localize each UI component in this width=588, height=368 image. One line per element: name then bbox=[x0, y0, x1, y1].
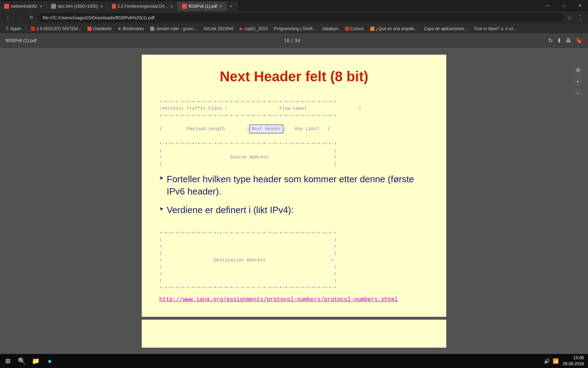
bm-label-true-false: True or false? a. A us... bbox=[474, 26, 517, 31]
bm-bookmarks[interactable]: ★ Bookmarks bbox=[115, 25, 147, 33]
bullet-text-1: Forteller hvilken type header som kommer… bbox=[167, 173, 429, 198]
bm-airlink[interactable]: AirLink 29150v6 bbox=[201, 25, 236, 33]
bm-label-dashbord: Dashbord bbox=[93, 26, 111, 31]
volume-icon[interactable]: 🔊 bbox=[544, 358, 550, 364]
window-controls: — □ ✕ bbox=[540, 0, 588, 11]
taskbar-clock: 15:08 29.08.2018 bbox=[563, 355, 587, 367]
pdf-filename: fl03IPv6 (1).pdf bbox=[6, 38, 36, 43]
tab-label-3: 2.2 Forelesningsnotat:D4... bbox=[118, 4, 168, 9]
ascii-row1: +-+-+-+-+-+-+-+-+-+-+-+-+-+-+-+-+-+-+-+-… bbox=[159, 99, 337, 104]
clock-date: 29.08.2018 bbox=[563, 361, 584, 367]
slide-title: Next Header felt (8 bit) bbox=[159, 69, 429, 84]
bm-label-airlink: AirLink 29150v6 bbox=[203, 26, 233, 31]
back-button[interactable]: ‹ bbox=[3, 13, 13, 22]
bm-datakpm[interactable]: datakpm bbox=[320, 25, 342, 33]
ascii-row5: +-+-+-+-+-+-+-+-+-+-+-+-+-+-+-+-+-+-+-+-… bbox=[159, 134, 429, 168]
zoom-controls: ⊕ + − bbox=[573, 65, 582, 98]
tab-close-4[interactable]: ✕ bbox=[219, 4, 222, 9]
taskbar: ⊞ 🔍 📁 ● 🔊 📶 15:08 29.08.2018 bbox=[0, 354, 588, 368]
bm-nucleo[interactable]: 1.6 NÚCLEO SISTEM... bbox=[28, 25, 84, 33]
tab-forelesning[interactable]: 2.2 Forelesningsnotat:D4... ✕ bbox=[108, 1, 178, 11]
tab-label-2: doc.htm (588×368) bbox=[58, 4, 98, 9]
network-icon[interactable]: 📶 bbox=[553, 358, 559, 364]
tab-close-2[interactable]: ✕ bbox=[100, 4, 103, 9]
forward-button[interactable]: › bbox=[15, 13, 24, 22]
pdf-bookmark-button[interactable]: 🔖 bbox=[575, 37, 582, 44]
apps-button[interactable]: ⠿ Apper bbox=[3, 25, 24, 33]
tab-label-1: nettverksdrift2 bbox=[11, 4, 37, 9]
bullet-text-2: Verdiene er definert i (likt IPv4): bbox=[167, 204, 294, 216]
pdf-page-info: 16 / 34 bbox=[284, 38, 301, 43]
bm-divider bbox=[26, 26, 26, 32]
bm-cap-icon: ▶ bbox=[240, 26, 243, 31]
ascii-row3: +-+-+-+-+-+-+-+-+-+-+-+-+-+-+-+-+-+-+-+-… bbox=[159, 113, 337, 118]
pdf-slide: Next Header felt (8 bit) +-+-+-+-+-+-+-+… bbox=[142, 55, 446, 317]
bookmark-star[interactable]: ☆ bbox=[566, 14, 573, 21]
bm-favicon-cursos bbox=[345, 27, 349, 31]
maximize-button[interactable]: □ bbox=[556, 0, 572, 11]
address-bar: ‹ › ↻ file:///C:/Users/zvagui15/Download… bbox=[0, 11, 588, 24]
next-header-cell: Next Header bbox=[249, 124, 284, 134]
bm-jensen[interactable]: Jensen ruter - grunn... bbox=[147, 25, 200, 33]
apps-grid-icon: ⠿ bbox=[6, 26, 9, 31]
close-button[interactable]: ✕ bbox=[572, 0, 588, 11]
bm-cap01[interactable]: ▶ cap01_2010 bbox=[237, 25, 270, 33]
bm-label-programming: Programming | SimR... bbox=[274, 26, 316, 31]
bm-true-false[interactable]: True or false? a. A us... bbox=[471, 25, 520, 33]
bm-cursos[interactable]: Cursos bbox=[342, 25, 367, 33]
ascii-payload-pre: | Payload Length | bbox=[159, 125, 249, 132]
tab-close-3[interactable]: ✕ bbox=[170, 4, 173, 9]
bullet-arrow-2: ➤ bbox=[159, 205, 164, 214]
bm-favicon-nucleo bbox=[31, 27, 35, 31]
pdf-download-button[interactable]: ⬇ bbox=[557, 37, 561, 44]
bm-folder-icon: ★ bbox=[118, 26, 121, 31]
tab-favicon-3 bbox=[112, 4, 116, 9]
minimize-button[interactable]: — bbox=[540, 0, 556, 11]
bookmarks-bar: ⠿ Apper 1.6 NÚCLEO SISTEM... Dashbord ★ … bbox=[0, 24, 588, 34]
search-button[interactable]: 🔍 bbox=[15, 355, 28, 367]
tab-doc[interactable]: doc.htm (588×368) ✕ bbox=[47, 1, 107, 11]
pdf-page-current: 16 bbox=[284, 38, 290, 43]
url-text: file:///C:/Users/zvagui15/Downloads/fl03… bbox=[43, 15, 154, 20]
pdf-page-separator: / bbox=[292, 38, 295, 43]
ascii-header-top: +-+-+-+-+-+-+-+-+-+-+-+-+-+-+-+-+-+-+-+-… bbox=[159, 91, 429, 119]
pdf-page-total: 34 bbox=[295, 38, 300, 43]
tab-close-1[interactable]: ✕ bbox=[39, 4, 42, 9]
apps-label: Apper bbox=[10, 26, 21, 31]
zoom-out-button[interactable]: − bbox=[573, 89, 582, 98]
new-tab-button[interactable]: + bbox=[227, 1, 237, 11]
start-button[interactable]: ⊞ bbox=[1, 355, 14, 367]
pdf-toolbar: fl03IPv6 (1).pdf 16 / 34 ↻ ⬇ 🖶 🔖 bbox=[0, 34, 588, 48]
refresh-button[interactable]: ↻ bbox=[27, 13, 36, 22]
bm-label-cap01: cap01_2010 bbox=[244, 26, 267, 31]
bullet-arrow-1: ➤ bbox=[159, 174, 164, 183]
bm-capa[interactable]: Capa de aplicaciones... bbox=[421, 25, 470, 33]
menu-button[interactable]: ⋮ bbox=[575, 13, 585, 22]
bm-programming[interactable]: Programming | SimR... bbox=[271, 25, 319, 33]
tab-label-4: fl03IPv6 (1).pdf bbox=[189, 4, 217, 9]
browser-taskbar-button[interactable]: ● bbox=[43, 355, 56, 367]
zoom-expand-button[interactable]: ⊕ bbox=[573, 65, 582, 74]
bm-dashbord[interactable]: Dashbord bbox=[85, 25, 114, 33]
bullet-item-1: ➤ Forteller hvilken type header som komm… bbox=[159, 173, 429, 198]
url-input[interactable]: file:///C:/Users/zvagui15/Downloads/fl03… bbox=[38, 13, 564, 22]
pdf-refresh-button[interactable]: ↻ bbox=[548, 37, 553, 44]
file-explorer-button[interactable]: 📁 bbox=[29, 355, 42, 367]
zoom-in-button[interactable]: + bbox=[573, 77, 582, 86]
tabs-container: nettverksdrift2 ✕ doc.htm (588×368) ✕ … bbox=[0, 0, 540, 11]
bm-label-datakpm: datakpm bbox=[323, 26, 339, 31]
iana-link[interactable]: http://www.iana.org/assignments/protocol… bbox=[159, 297, 429, 303]
tab-nettverksdrift[interactable]: nettverksdrift2 ✕ bbox=[0, 1, 47, 11]
tab-pdf[interactable]: fl03IPv6 (1).pdf ✕ bbox=[178, 1, 227, 11]
bm-favicon-jensen bbox=[150, 27, 154, 31]
title-bar: nettverksdrift2 ✕ doc.htm (588×368) ✕ … bbox=[0, 0, 588, 11]
tab-favicon-4 bbox=[182, 4, 187, 9]
bm-label-nucleo: 1.6 NÚCLEO SISTEM... bbox=[36, 26, 81, 31]
pdf-viewer[interactable]: Next Header felt (8 bit) +-+-+-+-+-+-+-+… bbox=[0, 48, 588, 368]
bm-arquitecte[interactable]: ¿Qué es una arquite... bbox=[368, 25, 420, 33]
pdf-tools: ↻ ⬇ 🖶 🔖 bbox=[548, 37, 582, 44]
clock-time: 15:08 bbox=[563, 355, 584, 361]
ascii-row2: |Version| Traffic Class | Flow Label | bbox=[159, 106, 361, 111]
bm-label-jensen: Jensen ruter - grunn... bbox=[156, 26, 197, 31]
pdf-print-button[interactable]: 🖶 bbox=[566, 38, 571, 44]
